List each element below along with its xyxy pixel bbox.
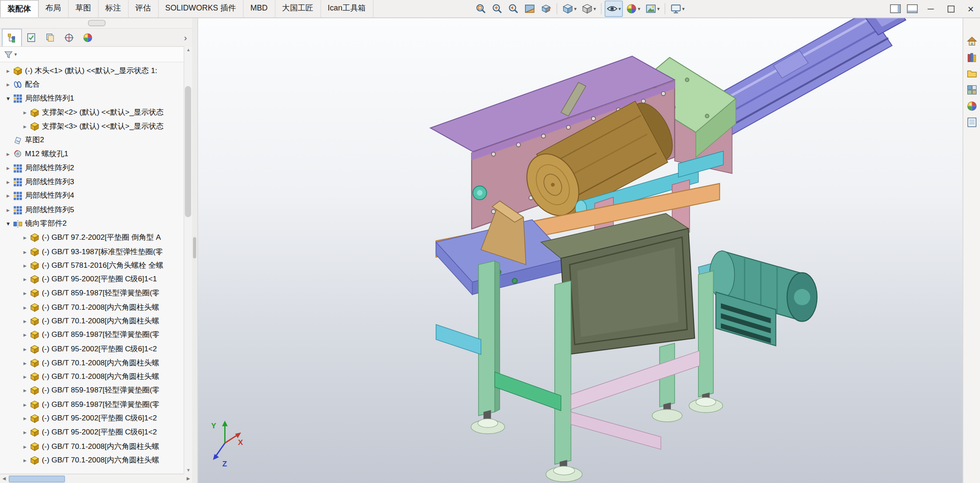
expand-arrow-icon[interactable] [4, 192, 13, 200]
tab-configurationmanager[interactable] [41, 29, 60, 46]
tree-item[interactable]: 支撑架<3> (默认) <<默认>_显示状态 [0, 119, 192, 133]
tab-assembly[interactable]: 装配体 [0, 0, 39, 18]
tree-item[interactable]: (-) GB/T 95-2002[平垫圈 C级6]1<2 [0, 412, 192, 426]
tree-item[interactable]: (-) GB/T 859-1987[轻型弹簧垫圈(零 [0, 398, 192, 412]
tree-item[interactable]: 支撑架<2> (默认) <<默认>_显示状态 [0, 105, 192, 119]
tree-item[interactable]: (-) GB/T 859-1987[轻型弹簧垫圈(零 [0, 328, 192, 342]
tab-layout[interactable]: 布局 [39, 0, 68, 18]
tree-item[interactable]: 局部线性阵列4 [0, 189, 192, 203]
expand-arrow-icon[interactable] [21, 234, 29, 241]
tree-item-label[interactable]: 镜向零部件2 [25, 218, 67, 229]
tree-item-label[interactable]: 局部线性阵列5 [25, 204, 74, 215]
scroll-down-icon[interactable]: ▼ [184, 467, 193, 474]
tab-annotate[interactable]: 标注 [99, 0, 128, 18]
expand-arrow-icon[interactable] [4, 164, 13, 172]
tree-item[interactable]: (-) GB/T 70.1-2008[内六角圆柱头螺 [0, 370, 192, 384]
tree-item-label[interactable]: 局部线性阵列1 [25, 93, 74, 104]
tab-evaluate[interactable]: 评估 [128, 0, 158, 18]
tree-item[interactable]: (-) GB/T 70.1-2008[内六角圆柱头螺 [0, 300, 192, 314]
tree-item[interactable]: (-) GB/T 5781-2016[六角头螺栓 全螺 [0, 259, 192, 273]
tree-item-label[interactable]: 局部线性阵列4 [25, 191, 74, 201]
previous-view-button[interactable] [506, 0, 521, 17]
chevron-down-icon[interactable]: ▾ [593, 6, 596, 12]
section-view-button[interactable] [522, 0, 537, 17]
tree-item-label[interactable]: (-) GB/T 70.1-2008[内六角圆柱头螺 [42, 316, 159, 326]
tree-item-label[interactable]: 支撑架<3> (默认) <<默认>_显示状态 [42, 121, 164, 131]
expand-arrow-icon[interactable] [21, 401, 29, 408]
close-button[interactable]: × [964, 2, 977, 15]
edit-appearance-button[interactable]: ▾ [624, 0, 642, 17]
scroll-left-icon[interactable]: ◀ [0, 474, 8, 483]
tree-item[interactable]: (-) GB/T 93-1987[标准型弹性垫圈(零 [0, 245, 192, 259]
design-library-button[interactable] [964, 50, 979, 64]
tree-item-label[interactable]: (-) GB/T 95-2002[平垫圈 C级6]1<1 [42, 274, 157, 284]
expand-arrow-icon[interactable] [21, 123, 29, 130]
tree-item[interactable]: M12 螺纹孔1 [0, 147, 192, 161]
maximize-button[interactable] [944, 2, 957, 15]
scrollbar-thumb[interactable] [185, 86, 191, 217]
tree-item-label[interactable]: (-) GB/T 70.1-2008[内六角圆柱头螺 [42, 302, 159, 312]
tree-item[interactable]: (-) GB/T 95-2002[平垫圈 C级6]1<2 [0, 342, 192, 356]
display-style-button[interactable]: ▾ [580, 0, 598, 17]
zoom-to-area-button[interactable] [490, 0, 504, 17]
toggle-bottom-pane-icon[interactable] [907, 4, 917, 13]
tree-item-label[interactable]: 配合 [25, 79, 40, 90]
expand-arrow-icon[interactable] [21, 387, 29, 394]
expand-arrow-icon[interactable] [21, 373, 29, 380]
solidworks-resources-button[interactable] [964, 34, 979, 48]
scrollbar-thumb[interactable] [9, 476, 65, 483]
expand-arrow-icon[interactable] [21, 346, 29, 353]
tree-item-label[interactable]: (-) 木头<1> (默认) <<默认>_显示状态 1: [25, 65, 157, 76]
tab-displaymanager[interactable] [78, 29, 97, 46]
tree-item-label[interactable]: (-) GB/T 70.1-2008[内六角圆柱头螺 [42, 455, 159, 466]
expand-arrow-icon[interactable] [21, 248, 29, 255]
chevron-down-icon[interactable]: ▾ [638, 6, 641, 12]
tree-item-label[interactable]: (-) GB/T 70.1-2008[内六角圆柱头螺 [42, 441, 159, 452]
filter-funnel-icon[interactable] [4, 49, 13, 59]
leveling-feet[interactable] [471, 392, 723, 482]
expand-arrow-icon[interactable] [4, 95, 13, 102]
tree-item-label[interactable]: (-) GB/T 859-1987[轻型弹簧垫圈(零 [42, 330, 160, 340]
view-settings-button[interactable]: ▾ [668, 0, 686, 17]
tree-item-label[interactable]: (-) GB/T 95-2002[平垫圈 C级6]1<2 [42, 343, 157, 354]
tree-item[interactable]: (-) GB/T 95-2002[平垫圈 C级6]1<1 [0, 273, 192, 287]
tree-item-label[interactable]: 支撑架<2> (默认) <<默认>_显示状态 [42, 107, 164, 118]
tree-item-label[interactable]: (-) GB/T 70.1-2008[内六角圆柱头螺 [42, 371, 159, 382]
tree-item[interactable]: 局部线性阵列5 [0, 203, 192, 217]
tree-item-label[interactable]: (-) GB/T 859-1987[轻型弹簧垫圈(零 [42, 288, 160, 298]
tree-item-label[interactable]: (-) GB/T 95-2002[平垫圈 C级6]1<2 [42, 413, 157, 424]
hide-show-items-button[interactable]: ▾ [605, 0, 623, 17]
tree-item-label[interactable]: (-) GB/T 5781-2016[六角头螺栓 全螺 [42, 260, 163, 271]
tree-item-label[interactable]: 草图2 [25, 135, 44, 145]
tree-item-label[interactable]: (-) GB/T 93-1987[标准型弹性垫圈(零 [42, 246, 163, 257]
tree-item[interactable]: (-) GB/T 70.1-2008[内六角圆柱头螺 [0, 314, 192, 328]
zoom-to-fit-button[interactable] [473, 0, 488, 17]
tree-item-label[interactable]: M12 螺纹孔1 [25, 149, 68, 159]
tree-item-label[interactable]: (-) GB/T 97.2-2002[平垫圈 倒角型 A [42, 232, 161, 243]
tab-daguo-gongjiang[interactable]: 大国工匠 [275, 0, 321, 18]
panel-splitter[interactable] [192, 18, 198, 483]
tree-horizontal-scrollbar[interactable]: ◀ ▶ [0, 474, 192, 483]
tree-item[interactable]: (-) GB/T 859-1987[轻型弹簧垫圈(零 [0, 384, 192, 398]
panel-tab-overflow[interactable]: › [179, 29, 192, 46]
expand-arrow-icon[interactable] [21, 457, 29, 464]
expand-arrow-icon[interactable] [4, 150, 13, 158]
expand-arrow-icon[interactable] [4, 67, 13, 74]
expand-arrow-icon[interactable] [21, 304, 29, 311]
tree-item[interactable]: 局部线性阵列2 [0, 161, 192, 175]
expand-arrow-icon[interactable] [21, 276, 29, 283]
tree-item[interactable]: 镜向零部件2 [0, 217, 192, 231]
tree-vertical-scrollbar[interactable]: ▲ ▼ [183, 46, 192, 475]
tab-mbd[interactable]: MBD [243, 0, 275, 18]
expand-arrow-icon[interactable] [21, 429, 29, 436]
tree-item-label[interactable]: (-) GB/T 70.1-2008[内六角圆柱头螺 [42, 357, 159, 368]
panel-collapse-handle[interactable] [88, 20, 106, 26]
toggle-right-pane-icon[interactable] [890, 4, 901, 13]
scroll-right-icon[interactable]: ▶ [184, 474, 193, 483]
tree-item[interactable]: (-) GB/T 70.1-2008[内六角圆柱头螺 [0, 356, 192, 370]
tab-sketch[interactable]: 草图 [68, 0, 98, 18]
tab-solidworks-addins[interactable]: SOLIDWORKS 插件 [159, 0, 243, 18]
minimize-button[interactable] [924, 2, 938, 15]
chevron-down-icon[interactable]: ▾ [657, 6, 660, 12]
dynamic-annotation-views-button[interactable] [539, 0, 553, 17]
